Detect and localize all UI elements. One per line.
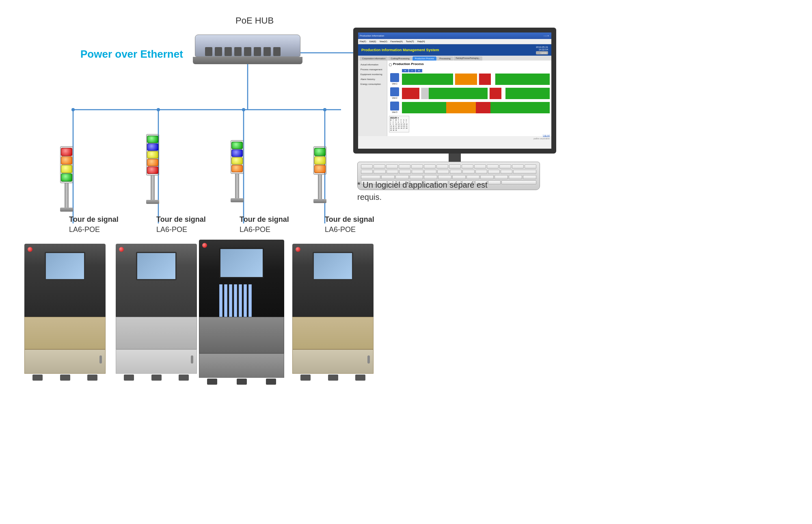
machine-1 (24, 244, 106, 374)
machine-2 (116, 244, 197, 374)
software-ui: Production Information ─ □ ✕ File(F) Edi… (358, 32, 551, 149)
note-text: * Un logiciel d'application séparé estre… (357, 179, 488, 203)
tower-sublabel-3: LA6-POE (240, 225, 270, 234)
sidebar-alarm[interactable]: Alarm historicy (358, 77, 387, 82)
tower-pole-2 (151, 175, 155, 200)
sidebar-process[interactable]: Process management (358, 67, 387, 72)
tower-base-3 (231, 198, 244, 202)
tower-pole-4 (318, 175, 322, 199)
hub-base (193, 57, 302, 64)
sw-title: Production Information (360, 35, 544, 37)
company-name: patlite corporation (389, 137, 550, 140)
sw-sidebar: Actual information Process management Eq… (358, 61, 387, 136)
tower-pole-3 (235, 174, 239, 198)
update-button[interactable]: Update (536, 51, 548, 54)
sidebar-equipment[interactable]: Equipment monitoring (358, 72, 387, 77)
sw-titlebar: Production Information ─ □ ✕ (358, 32, 551, 39)
svg-point-9 (242, 108, 245, 111)
tower-label-2: Tour de signal (156, 215, 206, 224)
sw-calendar: 2013.05 ▼ MTWTFSS 1234567 891011121314 1… (389, 116, 409, 132)
sw-tabs: Corporation information Cutting/Processi… (358, 56, 551, 61)
machine-3 (199, 240, 284, 378)
machine-indicator-1 (28, 247, 32, 252)
svg-point-7 (71, 108, 75, 111)
poe-hub-label: PoE HUB (235, 15, 274, 26)
poe-hub-device (195, 28, 300, 61)
tab-corporation[interactable]: Corporation information (360, 56, 388, 61)
process-checkbox-area: Production Process (389, 62, 550, 67)
machine-screen-1 (45, 252, 85, 280)
sw-main: Production Process ■ ▶ ▶▶ (387, 61, 551, 136)
sidebar-actual[interactable]: Actual information (358, 62, 387, 67)
tab-cutting[interactable]: Cutting/Processing (388, 56, 412, 61)
signal-tower-4 (313, 146, 326, 203)
tower-base-1 (60, 208, 73, 212)
gantt-container: Unit 1 (389, 73, 550, 113)
tower-label-4: Tour de signal (325, 215, 374, 224)
sw-content: Actual information Process management Eq… (358, 61, 551, 136)
hub-body (195, 35, 300, 57)
sidebar-energy[interactable]: Energy consumption (358, 82, 387, 87)
production-process-checkbox[interactable] (389, 63, 392, 66)
sw-header: Production Information Management System… (358, 44, 551, 56)
tower-base-4 (313, 199, 326, 203)
machine-screen-2 (136, 252, 177, 280)
power-over-ethernet-label: Power over Ethernet (80, 48, 183, 61)
tower-label-3: Tour de signal (240, 215, 289, 224)
machine-indicator-4 (296, 247, 300, 252)
machine-screen-4 (313, 252, 353, 280)
tower-sublabel-1: LA6-POE (69, 225, 100, 234)
gantt-row-unit1: Unit 1 (389, 73, 550, 85)
gantt-row-unit2: Unit 2 (389, 87, 550, 99)
logout-button[interactable]: Log out (389, 134, 550, 136)
tab-production[interactable]: Production Process (412, 56, 437, 61)
svg-point-10 (323, 108, 326, 111)
tower-base-2 (146, 200, 159, 204)
tab-processing[interactable]: Processing (437, 56, 453, 61)
machine-indicator-3 (202, 243, 207, 248)
monitor-bezel: Production Information ─ □ ✕ File(F) Edi… (353, 28, 556, 154)
tab-painting[interactable]: Painting/Process/Packaging... (454, 56, 483, 61)
tower-sublabel-2: LA6-POE (156, 225, 187, 234)
gantt-row-unit3: Unit 3 (389, 102, 550, 113)
signal-tower-3 (231, 140, 244, 202)
monitor: Production Information ─ □ ✕ File(F) Edi… (353, 28, 556, 173)
sw-header-title: Production Information Management System (361, 48, 439, 52)
signal-tower-1 (60, 146, 73, 212)
tower-pole-1 (65, 183, 69, 208)
svg-point-8 (157, 108, 160, 111)
tower-label-1: Tour de signal (69, 215, 119, 224)
machine-indicator-2 (119, 247, 124, 252)
signal-tower-2 (146, 134, 159, 204)
machine-4 (292, 244, 374, 374)
production-process-title: Production Process (393, 62, 424, 66)
machine-screen-3 (219, 248, 264, 278)
sw-menubar: File(F) Edit(E) View(V) Favorites(A) Too… (358, 39, 551, 44)
tower-sublabel-4: LA6-POE (325, 225, 356, 234)
